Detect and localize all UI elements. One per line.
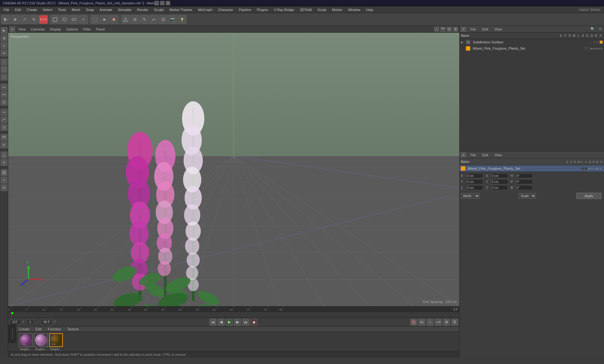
obj-icon-3[interactable]: ▶: [591, 47, 593, 50]
attr-menu-view[interactable]: View: [493, 152, 504, 157]
obj-icon-2[interactable]: ⬛: [588, 47, 591, 50]
tool-render-region[interactable]: [91, 15, 99, 24]
menu-plugins[interactable]: Plugins: [254, 7, 271, 12]
attr-menu-file[interactable]: File: [468, 152, 478, 157]
goto-end-button[interactable]: ⏭: [242, 319, 249, 326]
menu-help[interactable]: Help: [364, 7, 376, 12]
menu-snap[interactable]: Snap: [83, 7, 97, 12]
snap-icon[interactable]: [410, 319, 417, 326]
tool-select[interactable]: [1, 15, 10, 24]
material-menu-edit[interactable]: Edit: [34, 327, 43, 332]
tool-points[interactable]: •••: [1, 84, 8, 91]
menu-render[interactable]: Render: [135, 7, 151, 12]
pos-z-input[interactable]: [466, 185, 483, 190]
viewport-menu-options[interactable]: Options: [64, 27, 80, 32]
titlebar-controls[interactable]: _ □ ✕: [154, 1, 170, 5]
obj-icon-1[interactable]: ⬛: [584, 47, 587, 50]
obj-manager-menu-icon[interactable]: ≡: [461, 27, 466, 32]
material-menu-function[interactable]: Function: [46, 327, 63, 332]
obj-row-foxglove[interactable]: Mixed_Pink_Foxglove_Plants_Set ⬛ ⬛ ▶ ◈ ⊞…: [460, 45, 604, 52]
tool-nurbs[interactable]: [70, 15, 78, 24]
viewport-icon-maximize[interactable]: ⊡: [447, 27, 452, 32]
menu-mesh[interactable]: Mesh: [69, 7, 83, 12]
rot-y-input[interactable]: [491, 179, 508, 184]
menu-window[interactable]: Window: [345, 7, 363, 12]
attr-icon-7[interactable]: ⊞: [599, 167, 601, 170]
rot-x-input[interactable]: [491, 173, 508, 178]
menu-character[interactable]: Character: [215, 7, 236, 12]
menu-mograph[interactable]: MoGraph: [195, 7, 215, 12]
frame-step-input[interactable]: [26, 319, 34, 325]
viewport-menu-icon[interactable]: ≡: [9, 26, 15, 32]
obj-icon-5[interactable]: ⊞: [596, 47, 598, 50]
obj-menu-view[interactable]: View: [493, 27, 504, 32]
tool-wrap[interactable]: [1, 177, 8, 184]
current-frame-input[interactable]: [9, 319, 21, 325]
tool-sculpt2[interactable]: [149, 15, 158, 24]
record-button[interactable]: ⏺: [250, 319, 257, 326]
obj-gear-icon[interactable]: ⚙: [598, 27, 603, 32]
attr-icon-5[interactable]: ◎: [594, 167, 596, 170]
tool-live-sel[interactable]: [1, 58, 8, 65]
tool-mirror[interactable]: [1, 141, 8, 148]
minimize-button[interactable]: _: [154, 1, 159, 5]
tool-terrain[interactable]: [1, 152, 8, 158]
tool-render-view[interactable]: ▶: [100, 15, 109, 24]
tool-light[interactable]: [178, 15, 187, 24]
tool-object[interactable]: [51, 15, 59, 24]
material-item-1[interactable]: foxg... foxglov...: [19, 333, 33, 351]
material-item-2[interactable]: foxg... foxglov...: [34, 333, 48, 351]
menu-motion[interactable]: Motion: [329, 7, 345, 12]
tool-model[interactable]: [121, 15, 130, 24]
tool-pointer[interactable]: [1, 27, 8, 34]
menu-motion-tracker[interactable]: Motion Tracker: [167, 7, 195, 12]
menu-file[interactable]: File: [1, 7, 12, 12]
tool-texture[interactable]: [131, 15, 139, 24]
maximize-button[interactable]: □: [160, 1, 165, 5]
menu-edit[interactable]: Edit: [13, 7, 24, 12]
obj-icon-6[interactable]: ◎: [598, 47, 600, 50]
auto-key-button[interactable]: A: [427, 319, 433, 326]
play-button[interactable]: ▶: [226, 319, 233, 326]
tool-rotate-obj[interactable]: ↻: [1, 50, 8, 57]
coord-system-select[interactable]: World Object: [461, 193, 480, 199]
apply-button[interactable]: Apply: [576, 193, 601, 199]
viewport-menu-filter[interactable]: Filter: [81, 27, 92, 32]
tool-poly-sel[interactable]: [1, 74, 8, 80]
tool-morph[interactable]: [1, 184, 8, 191]
tool-spline[interactable]: [60, 15, 69, 24]
scale-b-input[interactable]: [516, 185, 533, 190]
obj-color-swatch[interactable]: [600, 41, 603, 44]
list-view-button[interactable]: ☰: [451, 319, 458, 326]
tool-xyz[interactable]: X Y Z: [39, 15, 48, 24]
3d-viewport[interactable]: X Y Perspective Grid Spacing : 100 cm: [8, 33, 459, 306]
tool-grid2[interactable]: [1, 169, 8, 176]
tool-hair[interactable]: [1, 159, 8, 166]
menu-select[interactable]: Select: [40, 7, 55, 12]
menu-vray[interactable]: V-Ray Bridge: [271, 7, 297, 12]
viewport-menu-cameras[interactable]: Cameras: [29, 27, 47, 32]
obj-check-1[interactable]: ✓: [593, 41, 596, 44]
attr-menu-edit[interactable]: Edit: [480, 152, 490, 157]
menu-sculpt[interactable]: Sculpt: [152, 7, 166, 12]
viewport-menu-display[interactable]: Display: [48, 27, 63, 32]
tool-paint[interactable]: ✎: [140, 15, 149, 24]
attr-menu-icon[interactable]: ≡: [461, 152, 466, 157]
tool-move[interactable]: ⊕: [11, 15, 20, 24]
tool-deformer[interactable]: +: [79, 15, 88, 24]
tool-polys[interactable]: [1, 99, 8, 106]
tool-grid[interactable]: [159, 15, 168, 24]
obj-expand-icon[interactable]: ▶: [461, 41, 465, 44]
tool-spline2[interactable]: [1, 116, 8, 123]
attr-icon-4[interactable]: ⊞: [591, 167, 593, 170]
close-button[interactable]: ✕: [166, 1, 170, 5]
tool-line[interactable]: [1, 109, 8, 116]
viewport-icon-settings[interactable]: ⚙: [453, 27, 458, 32]
tool-render-full[interactable]: [109, 15, 118, 24]
obj-icon-4[interactable]: ◈: [593, 47, 595, 50]
menu-tools[interactable]: Tools: [55, 7, 69, 12]
menu-pipeline[interactable]: Pipeline: [236, 7, 254, 12]
menu-3dtoall[interactable]: 3DToAll: [297, 7, 314, 12]
attr-icon-2[interactable]: ⬛: [584, 167, 588, 170]
tool-move-obj[interactable]: ⊕: [1, 35, 8, 41]
